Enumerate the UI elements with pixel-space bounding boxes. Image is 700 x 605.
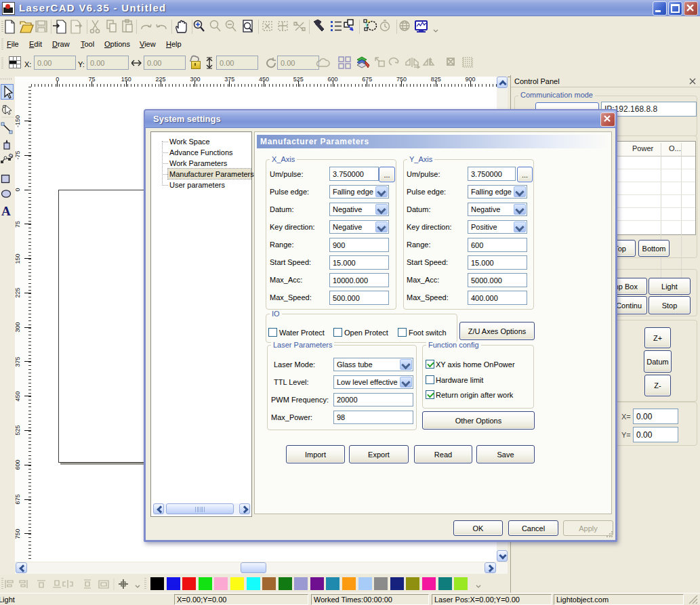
svg-text:A: A [1, 204, 11, 218]
